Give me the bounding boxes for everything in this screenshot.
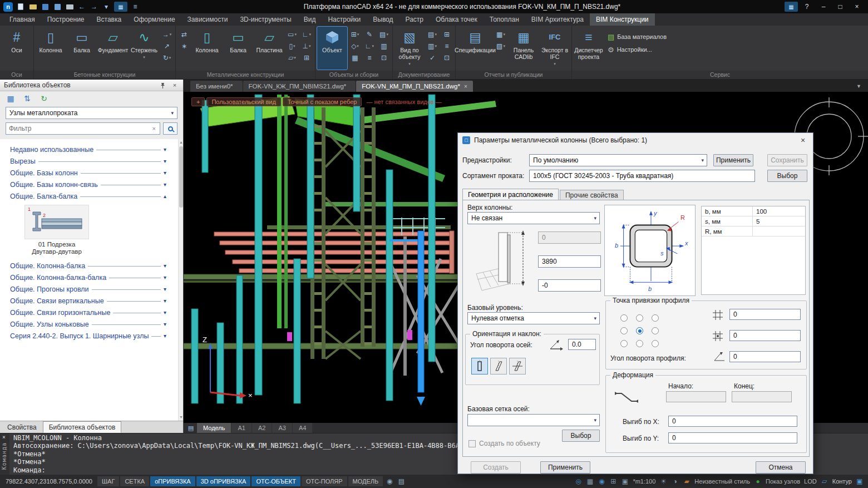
clear-filter-icon[interactable]: × [151,125,157,132]
scroll-up-icon[interactable]: ▲ [179,139,183,146]
specifications-button[interactable]: ▤ Спецификации [457,27,493,70]
viewport-view-control[interactable]: Пользовательский вид [206,97,280,106]
halftone-icon[interactable]: ◑ [670,476,680,486]
settings-button[interactable]: ⚙Настройки... [605,44,669,55]
table-row[interactable]: s, мм 5 [702,216,805,226]
perpendicular-tool-button[interactable]: ⊥▾ [300,41,313,51]
apply-preset-button[interactable]: Применить [713,154,753,166]
status-toggle[interactable]: МОДЕЛЬ [348,476,383,486]
apply-button[interactable]: Применить [540,461,590,474]
dialog-tab[interactable]: Прочие свойства [560,190,624,200]
status-toggle[interactable]: оПРИВЯЗКА [150,476,195,486]
command-vertical-tab[interactable]: Команда [1,442,7,470]
save-all-icon[interactable] [53,2,62,11]
diagonal-tool-button[interactable]: ↗ [160,41,174,51]
bend-y-field[interactable]: 0 [668,432,797,443]
search-button[interactable] [163,122,177,135]
presets-select[interactable]: По умолчанию ▾ [529,154,707,166]
project-manager-button[interactable]: ≡ Диспетчер проекта [574,27,604,70]
report-shade-button[interactable]: ▧▾ [494,41,507,51]
status-toggle[interactable]: ОТС-ПОЛЯР [302,476,347,486]
anchor-radio[interactable] [636,314,643,322]
tree-item[interactable]: Общие. Базы колонн-связь ▾ [0,179,183,190]
anchor-radio[interactable] [620,314,628,322]
create-by-object-checkbox[interactable] [468,440,476,447]
doc-box-button[interactable]: ⊞ [440,29,453,40]
pin-icon[interactable] [158,81,167,90]
chevron-icon[interactable]: ▾ [164,298,166,304]
chevron-icon[interactable]: ▾ [164,158,166,164]
profile-angle-field[interactable]: 0 [729,351,801,362]
scrollbar-thumb[interactable] [179,146,183,208]
plate-button[interactable]: ▱ Пластина [254,27,284,70]
minimize-button[interactable]: – [816,1,831,13]
viewport-visual-style-control[interactable]: Точный с показом ребер [283,97,362,106]
tree-item[interactable]: Общие. Колонна-балка-балка ▾ [0,272,183,283]
library-node-card[interactable]: 1 2 01 Подрезка Двутавр-двутавр [20,205,93,255]
ribbon-tab[interactable]: BIM Архитектура [525,13,590,26]
grid-display-icon[interactable]: ▦ [585,476,595,486]
target-snap-icon[interactable]: ◎ [573,476,583,486]
anchor-radio[interactable] [652,340,659,347]
print-icon[interactable] [65,2,74,11]
steel-beam-button[interactable]: ▭ Балка [223,27,253,70]
doc-box-dot-button[interactable]: ⊡ [440,53,453,63]
doc-table-button[interactable]: ▤▾ [426,29,439,40]
anchor-radio[interactable] [620,340,628,347]
menu-icon[interactable]: ≡ [131,2,140,11]
ribbon-tab[interactable]: Построение [41,13,91,26]
layout-tab[interactable]: Модель [197,423,231,433]
axes-button[interactable]: # Оси [2,27,32,70]
viewport-plus-control[interactable]: + [191,97,205,106]
layout-tab[interactable]: A2 [252,423,272,433]
grid-tool-button[interactable]: ▦ [348,53,362,63]
object-button[interactable]: Объект [317,27,347,70]
anchor-offset-y-field[interactable]: 0 [729,330,801,341]
base-level-select[interactable]: Нулевая отметка ▾ [467,312,600,324]
nanocad-logo-icon[interactable]: n [3,2,13,12]
layout-tab[interactable]: A1 [231,423,251,433]
category-select[interactable]: Узлы металлопроката ▾ [6,107,177,119]
tree-item[interactable]: Общие. Прогоны кровли ▾ [0,283,183,295]
open-folder-icon[interactable] [28,2,37,11]
base-grid-select[interactable]: ▾ [467,414,600,426]
box-mode-icon[interactable]: ⊞ [608,476,618,486]
tree-item[interactable]: Общие. Колонна-балка ▾ [0,260,183,272]
doc-check-button[interactable]: ✓ [426,53,439,63]
report-grid-button[interactable]: ▦▾ [494,29,507,40]
lod-indicator[interactable]: LOD [803,478,818,485]
angle-tool-button[interactable]: ∟▾ [300,29,313,40]
redo-icon[interactable]: → [90,2,98,11]
layout-tab[interactable]: A3 [272,423,292,433]
close-icon[interactable]: × [170,81,179,90]
document-tab[interactable]: FOK-VN_КМ_ПМ_П_NBS21.dwg* × [356,81,472,92]
materials-db-button[interactable]: ▤База материалов [605,31,669,42]
close-button[interactable]: × [849,1,865,13]
anchor-radio[interactable] [652,314,659,322]
sun-icon[interactable]: ☀ [658,476,668,486]
filter-input[interactable] [9,125,151,132]
annotation-scale[interactable]: *m1:100 [632,478,657,485]
steel-detail-button[interactable]: ▯▾ [285,41,299,51]
edit-angle-button[interactable]: ∟▾ [363,41,376,51]
cancel-button[interactable]: Отмена [756,461,806,474]
steel-detail-button[interactable]: ▱▾ [285,53,299,63]
create-button[interactable]: Создать [471,461,521,474]
diamond-tool-button[interactable]: ◇▾ [348,41,362,51]
tree-item[interactable]: Серия 2.440-2. Выпуск 1. Шарнирные узлы … [0,330,183,342]
choose-grid-button[interactable]: Выбор [562,430,600,442]
ribbon-tab[interactable]: Оформление [127,13,181,26]
chevron-icon[interactable]: ▾ [164,309,166,316]
save-preset-button[interactable]: Сохранить [767,154,807,166]
status-toggle[interactable]: СЕТКА [120,476,149,486]
status-toggle[interactable]: ОТС-ОБЪЕКТ [251,476,300,486]
ribbon-tab[interactable]: BIM Конструкции [590,13,655,26]
chevron-icon[interactable]: ▾ [164,263,166,269]
tree-item[interactable]: Общие. Узлы коньковые ▾ [0,318,183,330]
contour-indicator[interactable]: Контур [831,478,853,485]
tab-list-dropdown-icon[interactable]: ▼ [852,81,866,92]
tracking-icon[interactable]: ◉ [596,476,606,486]
foundation-button[interactable]: ▱ Фундамент [98,27,128,70]
column-top-select[interactable]: Не связан ▾ [467,212,600,224]
rotate-tool-button[interactable]: ↻▾ [160,53,174,63]
